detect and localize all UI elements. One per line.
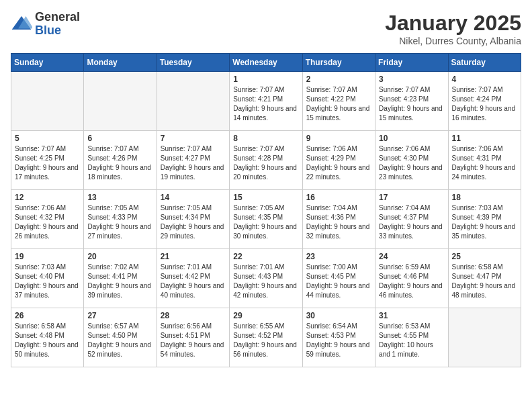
day-number: 15: [233, 193, 298, 202]
day-number: 6: [87, 134, 152, 143]
day-number: 26: [15, 311, 80, 320]
day-info: Sunrise: 7:06 AMSunset: 4:31 PMDaylight:…: [452, 144, 517, 182]
day-cell: 11Sunrise: 7:06 AMSunset: 4:31 PMDayligh…: [448, 131, 521, 190]
day-info: Sunrise: 7:07 AMSunset: 4:23 PMDaylight:…: [379, 85, 444, 123]
day-number: 29: [233, 311, 298, 320]
day-info: Sunrise: 6:56 AMSunset: 4:51 PMDaylight:…: [161, 322, 226, 359]
day-cell: 22Sunrise: 7:01 AMSunset: 4:43 PMDayligh…: [230, 249, 302, 308]
day-number: 24: [379, 252, 444, 261]
day-cell: 7Sunrise: 7:07 AMSunset: 4:27 PMDaylight…: [157, 131, 229, 190]
day-info: Sunrise: 7:01 AMSunset: 4:43 PMDaylight:…: [233, 263, 298, 300]
day-number: 22: [233, 252, 298, 261]
day-number: 8: [233, 134, 298, 143]
day-cell: 25Sunrise: 6:58 AMSunset: 4:47 PMDayligh…: [448, 249, 521, 308]
day-number: 12: [15, 193, 80, 202]
page-header: General Blue January 2025 Nikel, Durres …: [11, 11, 521, 46]
day-number: 23: [306, 252, 371, 261]
day-number: 28: [161, 311, 226, 320]
day-info: Sunrise: 6:59 AMSunset: 4:46 PMDaylight:…: [379, 263, 444, 300]
day-number: 7: [161, 134, 226, 143]
day-number: 21: [161, 252, 226, 261]
day-info: Sunrise: 7:00 AMSunset: 4:45 PMDaylight:…: [306, 263, 371, 300]
weekday-header-wednesday: Wednesday: [230, 54, 302, 72]
day-info: Sunrise: 7:06 AMSunset: 4:29 PMDaylight:…: [306, 144, 371, 182]
day-number: 5: [15, 134, 80, 143]
logo-icon: [11, 13, 32, 35]
weekday-header-sunday: Sunday: [11, 54, 84, 72]
day-number: 19: [15, 252, 80, 261]
day-info: Sunrise: 6:54 AMSunset: 4:53 PMDaylight:…: [306, 322, 371, 359]
day-cell: 3Sunrise: 7:07 AMSunset: 4:23 PMDaylight…: [375, 72, 448, 131]
day-cell: [11, 72, 84, 131]
weekday-header-friday: Friday: [375, 54, 448, 72]
weekday-header-row: SundayMondayTuesdayWednesdayThursdayFrid…: [11, 54, 521, 72]
day-number: 13: [87, 193, 152, 202]
day-cell: 12Sunrise: 7:06 AMSunset: 4:32 PMDayligh…: [11, 190, 84, 249]
day-info: Sunrise: 7:01 AMSunset: 4:42 PMDaylight:…: [161, 263, 226, 300]
weekday-header-monday: Monday: [84, 54, 157, 72]
day-cell: 10Sunrise: 7:06 AMSunset: 4:30 PMDayligh…: [375, 131, 448, 190]
day-info: Sunrise: 7:07 AMSunset: 4:21 PMDaylight:…: [233, 85, 298, 123]
day-cell: 17Sunrise: 7:04 AMSunset: 4:37 PMDayligh…: [375, 190, 448, 249]
day-cell: 20Sunrise: 7:02 AMSunset: 4:41 PMDayligh…: [84, 249, 157, 308]
day-number: 10: [379, 134, 444, 143]
day-info: Sunrise: 7:04 AMSunset: 4:37 PMDaylight:…: [379, 203, 444, 241]
day-number: 16: [306, 193, 371, 202]
day-info: Sunrise: 7:07 AMSunset: 4:26 PMDaylight:…: [87, 144, 152, 182]
day-cell: 9Sunrise: 7:06 AMSunset: 4:29 PMDaylight…: [302, 131, 375, 190]
day-cell: 29Sunrise: 6:55 AMSunset: 4:52 PMDayligh…: [230, 308, 302, 367]
day-cell: [157, 72, 229, 131]
day-number: 9: [306, 134, 371, 143]
day-info: Sunrise: 7:06 AMSunset: 4:30 PMDaylight:…: [379, 144, 444, 182]
day-cell: 6Sunrise: 7:07 AMSunset: 4:26 PMDaylight…: [84, 131, 157, 190]
day-number: 1: [233, 75, 298, 84]
logo-general: General: [35, 11, 80, 24]
day-info: Sunrise: 6:53 AMSunset: 4:55 PMDaylight:…: [379, 322, 444, 359]
day-cell: 31Sunrise: 6:53 AMSunset: 4:55 PMDayligh…: [375, 308, 448, 367]
calendar-title: January 2025: [385, 11, 521, 36]
day-cell: 2Sunrise: 7:07 AMSunset: 4:22 PMDaylight…: [302, 72, 375, 131]
day-number: 20: [87, 252, 152, 261]
day-info: Sunrise: 7:07 AMSunset: 4:28 PMDaylight:…: [233, 144, 298, 182]
day-number: 3: [379, 75, 444, 84]
weekday-header-saturday: Saturday: [448, 54, 521, 72]
week-row-2: 5Sunrise: 7:07 AMSunset: 4:25 PMDaylight…: [11, 131, 521, 190]
logo-blue: Blue: [35, 24, 80, 38]
week-row-1: 1Sunrise: 7:07 AMSunset: 4:21 PMDaylight…: [11, 72, 521, 131]
day-info: Sunrise: 7:07 AMSunset: 4:27 PMDaylight:…: [161, 144, 226, 182]
day-info: Sunrise: 6:57 AMSunset: 4:50 PMDaylight:…: [87, 322, 152, 359]
day-cell: 16Sunrise: 7:04 AMSunset: 4:36 PMDayligh…: [302, 190, 375, 249]
day-number: 30: [306, 311, 371, 320]
day-cell: 30Sunrise: 6:54 AMSunset: 4:53 PMDayligh…: [302, 308, 375, 367]
day-number: 11: [452, 134, 517, 143]
day-cell: 21Sunrise: 7:01 AMSunset: 4:42 PMDayligh…: [157, 249, 229, 308]
day-info: Sunrise: 7:07 AMSunset: 4:24 PMDaylight:…: [452, 85, 517, 123]
day-cell: 15Sunrise: 7:05 AMSunset: 4:35 PMDayligh…: [230, 190, 302, 249]
weekday-header-thursday: Thursday: [302, 54, 375, 72]
day-number: 31: [379, 311, 444, 320]
calendar-table: SundayMondayTuesdayWednesdayThursdayFrid…: [11, 53, 521, 367]
day-cell: 18Sunrise: 7:03 AMSunset: 4:39 PMDayligh…: [448, 190, 521, 249]
weekday-header-tuesday: Tuesday: [157, 54, 229, 72]
day-cell: 14Sunrise: 7:05 AMSunset: 4:34 PMDayligh…: [157, 190, 229, 249]
day-cell: 24Sunrise: 6:59 AMSunset: 4:46 PMDayligh…: [375, 249, 448, 308]
day-cell: [84, 72, 157, 131]
day-number: 18: [452, 193, 517, 202]
day-cell: 13Sunrise: 7:05 AMSunset: 4:33 PMDayligh…: [84, 190, 157, 249]
day-info: Sunrise: 6:58 AMSunset: 4:48 PMDaylight:…: [15, 322, 80, 359]
day-cell: 8Sunrise: 7:07 AMSunset: 4:28 PMDaylight…: [230, 131, 302, 190]
day-number: 14: [161, 193, 226, 202]
day-info: Sunrise: 6:55 AMSunset: 4:52 PMDaylight:…: [233, 322, 298, 359]
day-cell: 4Sunrise: 7:07 AMSunset: 4:24 PMDaylight…: [448, 72, 521, 131]
day-info: Sunrise: 7:05 AMSunset: 4:35 PMDaylight:…: [233, 203, 298, 241]
day-info: Sunrise: 7:04 AMSunset: 4:36 PMDaylight:…: [306, 203, 371, 241]
day-info: Sunrise: 7:05 AMSunset: 4:33 PMDaylight:…: [87, 203, 152, 241]
day-number: 27: [87, 311, 152, 320]
week-row-5: 26Sunrise: 6:58 AMSunset: 4:48 PMDayligh…: [11, 308, 521, 367]
day-cell: 28Sunrise: 6:56 AMSunset: 4:51 PMDayligh…: [157, 308, 229, 367]
day-cell: 26Sunrise: 6:58 AMSunset: 4:48 PMDayligh…: [11, 308, 84, 367]
day-info: Sunrise: 7:05 AMSunset: 4:34 PMDaylight:…: [161, 203, 226, 241]
day-info: Sunrise: 6:58 AMSunset: 4:47 PMDaylight:…: [452, 263, 517, 300]
day-number: 4: [452, 75, 517, 84]
day-number: 17: [379, 193, 444, 202]
